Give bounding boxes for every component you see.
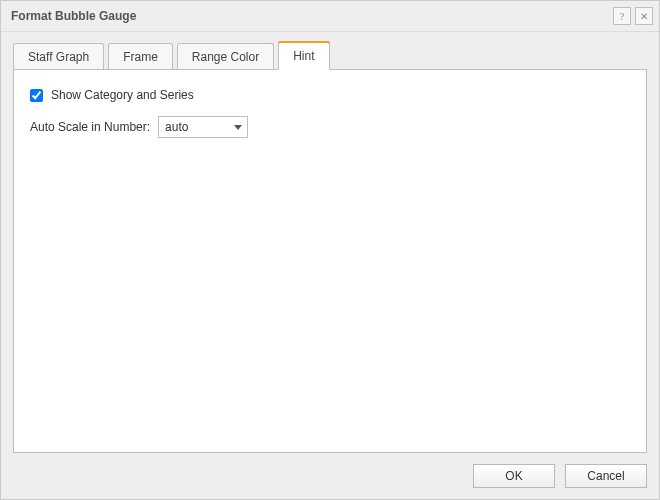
tab-range-color[interactable]: Range Color bbox=[177, 43, 274, 70]
show-category-series-checkbox[interactable] bbox=[30, 89, 43, 102]
tab-label: Hint bbox=[293, 49, 314, 63]
auto-scale-select[interactable]: auto bbox=[158, 116, 248, 138]
auto-scale-row: Auto Scale in Number: auto bbox=[30, 116, 630, 138]
show-category-series-label: Show Category and Series bbox=[51, 88, 194, 102]
format-bubble-gauge-dialog: Format Bubble Gauge ? ✕ Staff Graph Fram… bbox=[0, 0, 660, 500]
auto-scale-select-wrap: auto bbox=[158, 116, 248, 138]
tab-strip: Staff Graph Frame Range Color Hint bbox=[13, 42, 647, 70]
help-icon: ? bbox=[620, 11, 624, 22]
dialog-title: Format Bubble Gauge bbox=[11, 9, 609, 23]
show-category-series-row: Show Category and Series bbox=[30, 88, 630, 102]
tab-staff-graph[interactable]: Staff Graph bbox=[13, 43, 104, 70]
auto-scale-label: Auto Scale in Number: bbox=[30, 120, 150, 134]
titlebar: Format Bubble Gauge ? ✕ bbox=[1, 1, 659, 32]
close-button[interactable]: ✕ bbox=[635, 7, 653, 25]
cancel-button-label: Cancel bbox=[587, 469, 624, 483]
cancel-button[interactable]: Cancel bbox=[565, 464, 647, 488]
tab-label: Range Color bbox=[192, 50, 259, 64]
close-icon: ✕ bbox=[640, 11, 648, 22]
help-button[interactable]: ? bbox=[613, 7, 631, 25]
tab-label: Staff Graph bbox=[28, 50, 89, 64]
dialog-body: Staff Graph Frame Range Color Hint Show … bbox=[1, 32, 659, 453]
ok-button-label: OK bbox=[505, 469, 522, 483]
tab-frame[interactable]: Frame bbox=[108, 43, 173, 70]
ok-button[interactable]: OK bbox=[473, 464, 555, 488]
tab-label: Frame bbox=[123, 50, 158, 64]
hint-panel: Show Category and Series Auto Scale in N… bbox=[13, 69, 647, 453]
dialog-footer: OK Cancel bbox=[1, 453, 659, 499]
tab-hint[interactable]: Hint bbox=[278, 42, 329, 70]
